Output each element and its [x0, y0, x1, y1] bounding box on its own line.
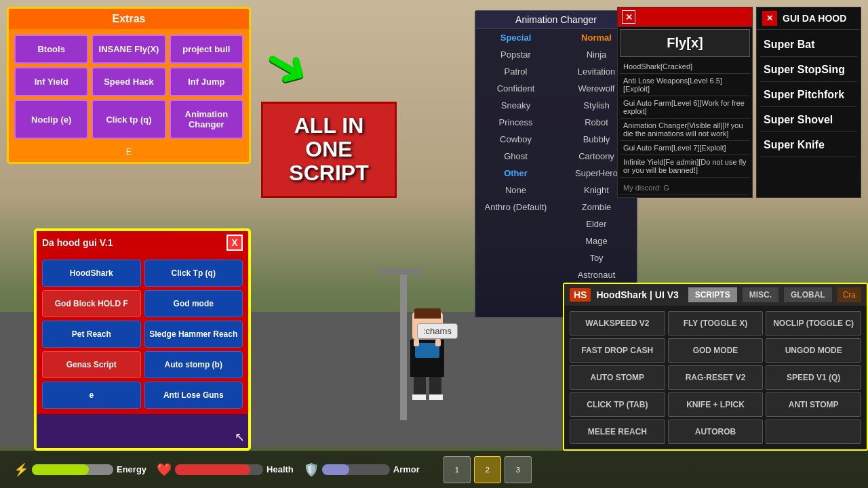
health-bar — [175, 464, 263, 475]
hs-btn-walkspeed[interactable]: WALKSPEED V2 — [570, 311, 665, 336]
anim-item-popstar[interactable]: Popstar — [475, 46, 556, 63]
dahood-btn-e[interactable]: e — [42, 382, 141, 409]
all-in-one-banner: ALL IN ONE SCRIPT — [261, 102, 397, 198]
hs-info-anti-lose[interactable]: Anti Lose Weapons[Level 6.5][Exploit] — [620, 74, 750, 96]
dahood-btn-godblock[interactable]: God Block HOLD F — [42, 290, 141, 317]
hoodshark-info-panel: ✕ Fly[x] HoodShark[Cracked] Anti Lose We… — [617, 7, 753, 198]
hs-info-anim-changer[interactable]: Animation Changer[Visible all][If you di… — [620, 119, 750, 141]
extras-btn-insane-fly[interactable]: INSANE Fly(X) — [92, 35, 165, 64]
char-leg-l — [414, 374, 426, 394]
anim-item-mage[interactable]: Mage — [556, 232, 637, 249]
extras-footer: E — [9, 144, 249, 159]
extras-btn-inf-jump[interactable]: Inf Jump — [170, 67, 243, 96]
dahood-btn-auto-stomp[interactable]: Auto stomp (b) — [144, 351, 243, 378]
dahood-btn-sledge[interactable]: Sledge Hammer Reach — [144, 321, 243, 348]
hs-cra-button[interactable]: Cra — [837, 287, 861, 302]
char-foot-r — [429, 394, 443, 400]
anim-item-elder[interactable]: Elder — [556, 216, 637, 232]
hs-info-inf-yield[interactable]: Infinite Yield[Fe admin][Do not use fly … — [620, 155, 750, 178]
health-icon: ❤️ — [157, 462, 172, 477]
extras-btn-noclip[interactable]: Noclip (e) — [14, 100, 88, 139]
hs-btn-god-mode[interactable]: GOD MODE — [668, 338, 764, 363]
energy-icon: ⚡ — [14, 462, 28, 477]
hs-btn-click-tp[interactable]: CLICK TP (TAB) — [570, 392, 665, 417]
anim-item-none[interactable]: None — [475, 182, 556, 199]
extras-btn-click-tp[interactable]: Click tp (q) — [92, 100, 165, 139]
char-torso — [410, 340, 444, 373]
hs-tab-misc[interactable]: MISC. — [743, 287, 778, 302]
anim-item-astronaut[interactable]: Astronaut — [556, 266, 637, 283]
hs-btn-fast-drop[interactable]: FAST DROP CASH — [570, 338, 665, 363]
right-panels: ✕ Fly[x] HoodShark[Cracked] Anti Lose We… — [617, 7, 861, 198]
mouse-cursor-icon: ↖ — [235, 430, 245, 445]
anim-item-other[interactable]: Other — [475, 165, 556, 182]
anim-item-special[interactable]: Special — [475, 29, 556, 46]
dahood-header: Da hood gui V.1 X — [37, 231, 248, 254]
armor-icon: 🛡️ — [304, 462, 319, 477]
dahood-grid: HoodShark Click Tp (q) God Block HOLD F … — [37, 254, 248, 414]
guidahood-item-super-shovel[interactable]: Super Shovel — [760, 108, 857, 132]
anim-item-ghost[interactable]: Ghost — [475, 148, 556, 165]
hs-btn-noclip[interactable]: NOCLIP (TOGGLE C) — [766, 311, 861, 336]
extras-btn-btools[interactable]: Btools — [14, 35, 88, 64]
anim-item-patrol[interactable]: Patrol — [475, 63, 556, 80]
extras-grid: Btools INSANE Fly(X) project bull Inf Yi… — [9, 29, 249, 144]
guidahood-title: GUI DA HOOD — [783, 13, 846, 24]
dahood-panel: Da hood gui V.1 X HoodShark Click Tp (q)… — [34, 228, 251, 451]
dahood-btn-godmode[interactable]: God mode — [144, 290, 243, 317]
dahood-btn-clicktp[interactable]: Click Tp (q) — [144, 260, 243, 287]
hoodshark-info-close[interactable]: ✕ — [622, 10, 635, 24]
anim-item-zombie[interactable]: Zombie — [556, 199, 637, 216]
hs-btn-ungod[interactable]: UNGOD MODE — [766, 338, 861, 363]
hs-btn-melee-reach[interactable]: MELEE REACH — [570, 420, 665, 444]
hs-info-gui-auto-farm-7[interactable]: Gui Auto Farm[Level 7][Exploit] — [620, 141, 750, 155]
hs-info-gui-auto-farm-6[interactable]: Gui Auto Farm[Level 6][Work for free exp… — [620, 96, 750, 119]
guidahood-item-super-bat[interactable]: Super Bat — [760, 33, 857, 57]
dahood-close-button[interactable]: X — [226, 235, 243, 251]
energy-hud: ⚡ Energy — [14, 462, 146, 477]
hs-btn-empty[interactable] — [766, 420, 861, 444]
hud-slot-3[interactable]: 3 — [505, 456, 532, 483]
extras-btn-speed-hack[interactable]: Speed Hack — [92, 67, 165, 96]
hs-btn-rag-reset[interactable]: RAG-RESET V2 — [668, 365, 764, 390]
hs-info-hoodshark-cracked[interactable]: HoodShark[Cracked] — [620, 60, 750, 74]
anim-item-anthro[interactable]: Anthro (Default) — [475, 199, 556, 216]
chams-tooltip: :chams — [417, 323, 458, 339]
char-arm-l — [414, 340, 419, 346]
dahood-btn-pet-reach[interactable]: Pet Reach — [42, 321, 141, 348]
guidahood-close-button[interactable]: ✕ — [762, 11, 777, 26]
hs-btn-fly[interactable]: FLY (TOGGLE X) — [668, 311, 764, 336]
dahood-btn-anti-lose-guns[interactable]: Anti Lose Guns — [144, 382, 243, 409]
animation-changer-title: Animation Changer — [475, 11, 637, 29]
extras-btn-inf-yield[interactable]: Inf Yield — [14, 67, 88, 96]
char-arm-r — [435, 340, 441, 346]
hud-slot-2[interactable]: 2 — [474, 456, 501, 483]
extras-btn-anim-changer[interactable]: Animation Changer — [170, 100, 243, 139]
health-hud: ❤️ Health — [157, 462, 294, 477]
anim-item-confident[interactable]: Confident — [475, 80, 556, 97]
guidahood-item-super-stopsing[interactable]: Super StopSing — [760, 58, 857, 82]
hs-btn-auto-stomp[interactable]: AUTO STOMP — [570, 365, 665, 390]
hud-slot-1[interactable]: 1 — [443, 456, 471, 483]
hs-btn-autorob[interactable]: AUTOROB — [668, 420, 764, 444]
hs-tab-scripts[interactable]: SCRIPTS — [688, 287, 737, 302]
hs-btn-knife-lpick[interactable]: KNIFE + LPICK — [668, 392, 764, 417]
guidahood-item-super-pitchfork[interactable]: Super Pitchfork — [760, 83, 857, 107]
hs-btn-speed-v1[interactable]: SPEED V1 (Q) — [766, 365, 861, 390]
guidahood-item-super-knife[interactable]: Super Knife — [760, 134, 857, 157]
hs-info-fly[interactable]: Fly[x] — [620, 29, 750, 57]
hs-btn-anti-stomp[interactable]: ANTI STOMP — [766, 392, 861, 417]
dahood-btn-genas[interactable]: Genas Script — [42, 351, 141, 378]
char-legs — [414, 374, 441, 394]
anim-item-sneaky[interactable]: Sneaky — [475, 97, 556, 114]
bottom-hud: ⚡ Energy ❤️ Health 🛡️ Armor 1 2 3 — [0, 451, 868, 488]
armor-label: Armor — [393, 464, 420, 474]
armor-hud: 🛡️ Armor — [304, 462, 420, 477]
hoodshark-main-panel: HS HoodShark | UI V3 SCRIPTS MISC. GLOBA… — [563, 283, 868, 451]
anim-item-cowboy[interactable]: Cowboy — [475, 131, 556, 148]
anim-item-toy[interactable]: Toy — [556, 249, 637, 266]
anim-item-princess[interactable]: Princess — [475, 114, 556, 131]
hs-tab-global[interactable]: GLOBAL — [784, 287, 832, 302]
dahood-btn-hoodshark[interactable]: HoodShark — [42, 260, 141, 287]
extras-btn-project-bull[interactable]: project bull — [170, 35, 243, 64]
